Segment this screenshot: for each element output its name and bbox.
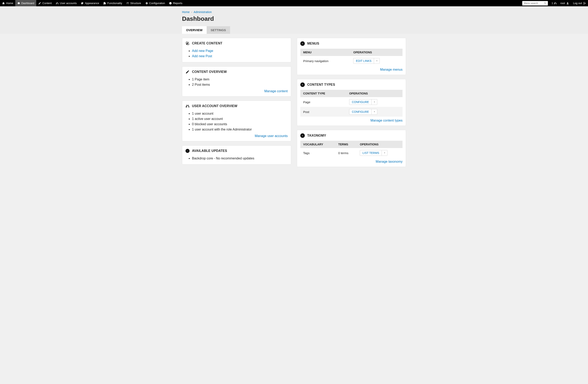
table-row: Page CONFIGURE bbox=[300, 97, 402, 107]
chevron-right-icon bbox=[300, 133, 305, 138]
nav-configuration[interactable]: Configuration bbox=[143, 0, 167, 6]
menu-search-input[interactable] bbox=[522, 2, 543, 5]
panel-create-content: CREATE CONTENT Add new Page Add new Post bbox=[182, 38, 291, 62]
manage-content-types-link[interactable]: Manage content types bbox=[300, 119, 402, 122]
nav-dashboard[interactable]: Dashboard bbox=[15, 0, 37, 6]
dropdown-toggle[interactable] bbox=[374, 58, 379, 64]
list-item: Add new Post bbox=[192, 54, 288, 59]
nav-home[interactable]: Home bbox=[0, 0, 15, 6]
page-header: Home › Administration Dashboard OVERVIEW… bbox=[0, 6, 588, 34]
panel-taxonomy: TAXONOMY VOCABULARY TERMS OPERATIONS Tag… bbox=[297, 130, 406, 167]
gear-icon bbox=[145, 2, 148, 5]
panel-available-updates: AVAILABLE UPDATES Backdrop core - No rec… bbox=[182, 145, 291, 165]
panel-content-overview: CONTENT OVERVIEW 1 Page item 2 Post item… bbox=[182, 66, 291, 97]
tab-settings[interactable]: SETTINGS bbox=[207, 26, 230, 34]
col-content-type: CONTENT TYPE bbox=[300, 90, 346, 97]
chevron-right-icon bbox=[300, 83, 305, 87]
manage-taxonomy-link[interactable]: Manage taxonomy bbox=[300, 160, 402, 164]
puzzle-icon bbox=[103, 2, 106, 5]
chevron-down-icon bbox=[376, 60, 378, 62]
nav-structure[interactable]: Structure bbox=[124, 0, 143, 6]
list-item: 1 Page item bbox=[192, 77, 288, 82]
edit-links-button[interactable]: EDIT LINKS bbox=[354, 58, 374, 64]
operation-button: CONFIGURE bbox=[349, 109, 377, 115]
page-title: Dashboard bbox=[182, 15, 406, 22]
logout-link[interactable]: Log out bbox=[571, 2, 588, 5]
table-row: Post CONFIGURE bbox=[300, 107, 402, 117]
menu-search bbox=[522, 1, 548, 5]
list-item: 1 user account with the role Administrat… bbox=[192, 127, 288, 132]
operation-button: LIST TERMS bbox=[360, 150, 387, 156]
palette-icon bbox=[81, 2, 84, 5]
col-terms: TERMS bbox=[335, 141, 357, 148]
chevron-down-icon bbox=[384, 152, 386, 154]
page-tabs: OVERVIEW SETTINGS bbox=[182, 26, 406, 34]
info-icon bbox=[186, 149, 189, 153]
manage-content-link[interactable]: Manage content bbox=[186, 89, 288, 93]
configure-button[interactable]: CONFIGURE bbox=[349, 109, 371, 114]
operation-button: CONFIGURE bbox=[349, 99, 377, 105]
pencil-icon bbox=[38, 2, 41, 5]
col-operations: OPERATIONS bbox=[350, 49, 402, 56]
col-operations: OPERATIONS bbox=[357, 141, 402, 148]
list-item: 1 user account bbox=[192, 111, 288, 116]
user-icon bbox=[566, 2, 569, 5]
info-icon bbox=[169, 2, 172, 5]
edit-square-icon bbox=[186, 41, 189, 45]
list-item: 2 Post items bbox=[192, 82, 288, 87]
col-vocabulary: VOCABULARY bbox=[300, 141, 335, 148]
vocabulary-name: Tags bbox=[300, 148, 335, 158]
operation-button: EDIT LINKS bbox=[353, 58, 380, 64]
chevron-right-icon bbox=[300, 41, 305, 46]
dashboard-icon bbox=[17, 2, 20, 5]
col-menu: MENU bbox=[300, 49, 350, 56]
chevron-down-icon bbox=[373, 101, 376, 103]
table-row: Tags 0 terms LIST TERMS bbox=[300, 148, 402, 158]
content-type-name: Page bbox=[300, 97, 346, 107]
nav-reports[interactable]: Reports bbox=[167, 0, 185, 6]
nav-content[interactable]: Content bbox=[36, 0, 54, 6]
nav-functionality[interactable]: Functionality bbox=[101, 0, 124, 6]
breadcrumb-administration[interactable]: Administration bbox=[194, 10, 212, 14]
list-item: Backdrop core - No recommended updates bbox=[192, 156, 288, 161]
add-new-page-link[interactable]: Add new Page bbox=[192, 49, 213, 53]
sort-icon bbox=[126, 2, 129, 5]
search-icon[interactable] bbox=[543, 2, 548, 5]
nav-user-accounts[interactable]: User accounts bbox=[54, 0, 79, 6]
panel-user-overview: USER ACCOUNT OVERVIEW 1 user account 1 a… bbox=[182, 101, 291, 141]
chevron-down-icon bbox=[373, 111, 376, 113]
list-item: 0 blocked user accounts bbox=[192, 122, 288, 127]
logout-icon bbox=[583, 2, 586, 5]
list-item: Add new Page bbox=[192, 48, 288, 54]
users-icon bbox=[186, 104, 189, 108]
left-column: CREATE CONTENT Add new Page Add new Post… bbox=[182, 38, 291, 165]
dashboard-main: CREATE CONTENT Add new Page Add new Post… bbox=[182, 34, 406, 175]
panel-content-types: CONTENT TYPES CONTENT TYPE OPERATIONS Pa… bbox=[297, 79, 406, 126]
pencil-icon bbox=[186, 70, 189, 74]
breadcrumb: Home › Administration bbox=[182, 10, 406, 14]
dropdown-toggle[interactable] bbox=[381, 150, 387, 156]
tab-overview[interactable]: OVERVIEW bbox=[182, 26, 207, 34]
dropdown-toggle[interactable] bbox=[371, 99, 377, 105]
breadcrumb-home[interactable]: Home bbox=[182, 10, 189, 14]
panel-menus: MENUS MENU OPERATIONS Primary navigation… bbox=[297, 38, 406, 75]
table-row: Primary navigation EDIT LINKS bbox=[300, 56, 402, 66]
add-new-post-link[interactable]: Add new Post bbox=[192, 54, 212, 58]
term-count: 0 terms bbox=[335, 148, 357, 158]
menu-name: Primary navigation bbox=[300, 56, 350, 66]
nav-appearance[interactable]: Appearance bbox=[79, 0, 101, 6]
current-user[interactable]: root bbox=[558, 2, 571, 5]
manage-menus-link[interactable]: Manage menus bbox=[300, 68, 402, 71]
configure-button[interactable]: CONFIGURE bbox=[349, 99, 371, 105]
content-type-name: Post bbox=[300, 107, 346, 117]
right-column: MENUS MENU OPERATIONS Primary navigation… bbox=[297, 38, 406, 167]
dropdown-toggle[interactable] bbox=[371, 109, 377, 114]
chevron-right-icon: › bbox=[190, 10, 193, 14]
list-item: 1 active user account bbox=[192, 116, 288, 122]
home-icon bbox=[2, 2, 5, 5]
admin-toolbar: Home Dashboard Content User accounts App… bbox=[0, 0, 588, 6]
user-count-badge[interactable]: 1 bbox=[550, 2, 558, 5]
list-terms-button[interactable]: LIST TERMS bbox=[360, 150, 381, 156]
col-operations: OPERATIONS bbox=[346, 90, 402, 97]
manage-user-accounts-link[interactable]: Manage user accounts bbox=[186, 134, 288, 138]
